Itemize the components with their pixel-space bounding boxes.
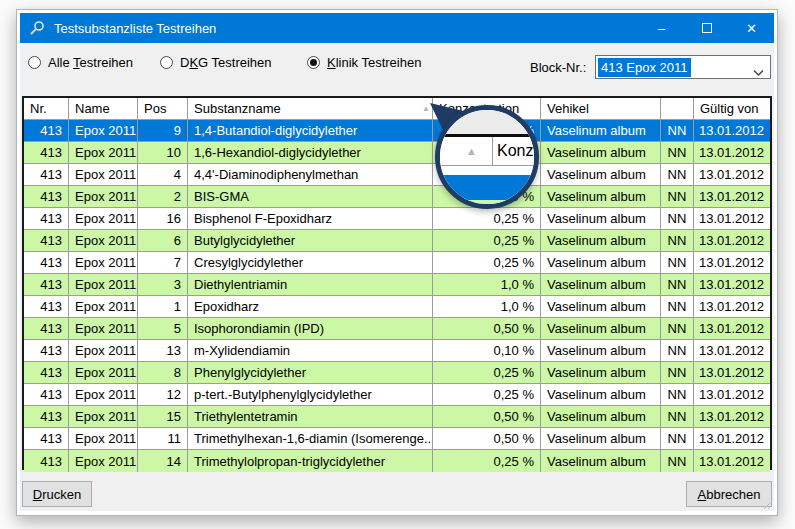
table-cell: Vaselinum album bbox=[541, 450, 661, 472]
radio-testreihen-2[interactable]: Klinik Testreihen bbox=[307, 55, 421, 70]
table-cell: Epox 2011 bbox=[69, 274, 138, 295]
table-cell: 13.01.2012 bbox=[694, 428, 770, 449]
substance-table: Nr.NamePosSubstanzname▲KonzentrationVehi… bbox=[22, 96, 772, 470]
table-cell: Epox 2011 bbox=[69, 252, 138, 273]
sort-asc-icon: ▲ bbox=[466, 146, 477, 157]
radio-label: Alle Testreihen bbox=[48, 55, 133, 70]
table-row[interactable]: 413Epox 201112p-tert.-Butylphenylglycidy… bbox=[24, 384, 770, 406]
table-cell: 1 bbox=[138, 296, 188, 317]
table-cell: m-Xylidendiamin bbox=[188, 340, 433, 361]
column-header-nr-[interactable]: Nr. bbox=[24, 98, 69, 119]
table-row[interactable]: 413Epox 201116Bisphenol F-Epoxidharz0,25… bbox=[24, 208, 770, 230]
column-header-g-ltig-von[interactable]: Gültig von bbox=[694, 98, 770, 119]
table-cell: Epox 2011 bbox=[69, 428, 138, 449]
magnifier-zoom-header: ▲ Konz bbox=[440, 137, 534, 166]
table-cell: 0,25 % bbox=[433, 362, 541, 383]
table-cell: 14 bbox=[138, 450, 188, 472]
table-cell: 16 bbox=[138, 208, 188, 229]
table-cell: Vaselinum album bbox=[541, 406, 661, 427]
table-cell: 413 bbox=[24, 428, 69, 449]
table-cell: 0,10 % bbox=[433, 340, 541, 361]
table-cell: Epox 2011 bbox=[69, 340, 138, 361]
table-cell: 1,4-Butandiol-diglycidylether bbox=[188, 120, 433, 141]
search-icon bbox=[29, 20, 45, 36]
table-cell: Diethylentriamin bbox=[188, 274, 433, 295]
resize-grip[interactable] bbox=[761, 498, 773, 510]
table-cell: NN bbox=[661, 208, 694, 229]
table-cell: Epox 2011 bbox=[69, 186, 138, 207]
block-nr-label: Block-Nr.: bbox=[530, 60, 586, 75]
table-cell: Trimethylhexan-1,6-diamin (Isomerenge... bbox=[188, 428, 433, 449]
column-header-vehikel[interactable]: Vehikel bbox=[541, 98, 661, 119]
table-cell: Epox 2011 bbox=[69, 120, 138, 141]
table-cell: Epox 2011 bbox=[69, 164, 138, 185]
table-cell: 13.01.2012 bbox=[694, 362, 770, 383]
table-cell: NN bbox=[661, 142, 694, 163]
table-cell: Vaselinum album bbox=[541, 252, 661, 273]
window-title: Testsubstanzliste Testreihen bbox=[54, 21, 216, 36]
table-cell: 0,50 % bbox=[433, 428, 541, 449]
table-row[interactable]: 413Epox 20111Epoxidharz1,0 %Vaselinum al… bbox=[24, 296, 770, 318]
radio-bullet-icon bbox=[28, 56, 41, 69]
column-header-name[interactable]: Name bbox=[69, 98, 138, 119]
table-cell: Vaselinum album bbox=[541, 208, 661, 229]
table-row[interactable]: 413Epox 20116Butylglycidylether0,25 %Vas… bbox=[24, 230, 770, 252]
table-row[interactable]: 413Epox 20115Isophorondiamin (IPD)0,50 %… bbox=[24, 318, 770, 340]
minimize-icon: – bbox=[658, 21, 665, 36]
table-row[interactable]: 413Epox 20118Phenylglycidylether0,25 %Va… bbox=[24, 362, 770, 384]
column-header-blank[interactable] bbox=[661, 98, 694, 119]
table-cell: Epox 2011 bbox=[69, 384, 138, 405]
column-header-substanzname[interactable]: Substanzname▲ bbox=[188, 98, 433, 119]
table-row[interactable]: 413Epox 201113m-Xylidendiamin0,10 %Vasel… bbox=[24, 340, 770, 362]
table-row[interactable]: 413Epox 201115Triethylentetramin0,50 %Va… bbox=[24, 406, 770, 428]
table-cell: 8 bbox=[138, 362, 188, 383]
column-header-label: Vehikel bbox=[547, 101, 589, 116]
table-row[interactable]: 413Epox 20117Cresylglycidylether0,25 %Va… bbox=[24, 252, 770, 274]
table-cell: Vaselinum album bbox=[541, 274, 661, 295]
table-cell: 13.01.2012 bbox=[694, 318, 770, 339]
magnifier-zoom-row-white bbox=[440, 166, 534, 175]
table-cell: 0,50 % bbox=[433, 318, 541, 339]
table-cell: 13.01.2012 bbox=[694, 450, 770, 472]
table-cell: NN bbox=[661, 120, 694, 141]
table-cell: 9 bbox=[138, 120, 188, 141]
table-row[interactable]: 413Epox 201114Trimethylolpropan-triglyci… bbox=[24, 450, 770, 472]
dialog-body: Alle TestreihenDKG TestreihenKlinik Test… bbox=[20, 43, 774, 511]
print-button[interactable]: Drucken bbox=[22, 481, 92, 507]
table-cell: 413 bbox=[24, 450, 69, 472]
chevron-down-icon[interactable] bbox=[753, 63, 764, 81]
table-row[interactable]: 413Epox 20112BIS-GMA2,0 %Vaselinum album… bbox=[24, 186, 770, 208]
table-cell: Vaselinum album bbox=[541, 340, 661, 361]
cancel-button[interactable]: Abbrechen bbox=[686, 481, 772, 507]
table-row[interactable]: 413Epox 2011101,6-Hexandiol-diglycidylet… bbox=[24, 142, 770, 164]
table-row[interactable]: 413Epox 201144,4'-Diaminodiphenylmethan0… bbox=[24, 164, 770, 186]
radio-testreihen-1[interactable]: DKG Testreihen bbox=[160, 55, 272, 70]
magnifier-zoom-header-text: Konz bbox=[497, 142, 533, 160]
table-cell: Epoxidharz bbox=[188, 296, 433, 317]
block-nr-combobox[interactable]: 413 Epox 2011 bbox=[595, 55, 771, 79]
radio-testreihen-0[interactable]: Alle Testreihen bbox=[28, 55, 133, 70]
table-cell: 413 bbox=[24, 340, 69, 361]
table-cell: 3 bbox=[138, 274, 188, 295]
magnifier-lens: ▲ Konz bbox=[435, 105, 539, 209]
minimize-button[interactable]: – bbox=[639, 13, 684, 43]
table-cell: 7 bbox=[138, 252, 188, 273]
table-cell: 0,25 % bbox=[433, 230, 541, 251]
maximize-button[interactable] bbox=[684, 13, 729, 43]
table-row[interactable]: 413Epox 20113Diethylentriamin1,0 %Vaseli… bbox=[24, 274, 770, 296]
table-cell: 13.01.2012 bbox=[694, 296, 770, 317]
table-cell: Epox 2011 bbox=[69, 142, 138, 163]
table-cell: 413 bbox=[24, 142, 69, 163]
close-button[interactable]: ✕ bbox=[729, 13, 774, 43]
table-cell: BIS-GMA bbox=[188, 186, 433, 207]
table-cell: Vaselinum album bbox=[541, 186, 661, 207]
table-cell: 13.01.2012 bbox=[694, 384, 770, 405]
table-cell: 13 bbox=[138, 340, 188, 361]
table-row[interactable]: 413Epox 201191,4-Butandiol-diglycidyleth… bbox=[24, 120, 770, 142]
table-cell: Vaselinum album bbox=[541, 164, 661, 185]
table-cell: 5 bbox=[138, 318, 188, 339]
table-cell: Epox 2011 bbox=[69, 296, 138, 317]
column-header-pos[interactable]: Pos bbox=[138, 98, 188, 119]
table-cell: 413 bbox=[24, 120, 69, 141]
table-row[interactable]: 413Epox 201111Trimethylhexan-1,6-diamin … bbox=[24, 428, 770, 450]
